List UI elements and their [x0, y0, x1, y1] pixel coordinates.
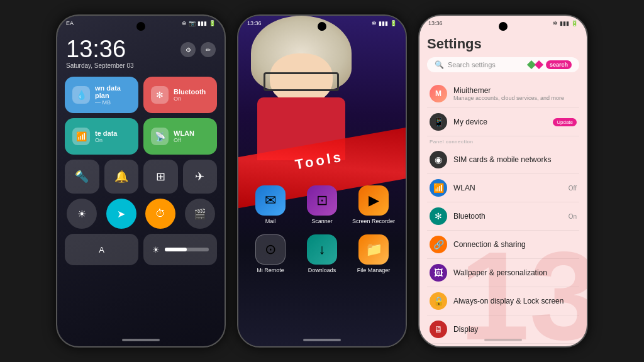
device-text: My device	[453, 118, 547, 126]
settings-item-sim[interactable]: ◉ SIM cards & mobile networks	[427, 146, 579, 174]
bt-label: Bluetooth	[174, 88, 206, 96]
sun-icon: ☀	[152, 245, 160, 255]
wallpaper-icon: 🖼	[430, 264, 447, 282]
signal-icon-3: ▮▮▮	[560, 20, 569, 26]
wlan-tile[interactable]: 📡 WLAN Off	[143, 118, 217, 155]
phones-container: EA ⊕ 📷 ▮▮▮ 🔋 13:36 Saturday, September 0…	[0, 0, 644, 362]
gear-icon[interactable]: ⚙	[180, 42, 196, 57]
battery-icon-3: 🔋	[571, 20, 578, 26]
miui-text: Miuithemer Manage accounts, cloud servic…	[453, 86, 577, 101]
edit-icon[interactable]: ✏	[201, 42, 216, 57]
miui-label: Miuithemer	[453, 86, 577, 95]
display-icon: 🖥	[430, 321, 447, 338]
device-label: My device	[453, 118, 547, 126]
scanner-icon: ⊡	[307, 185, 337, 216]
wallpaper-text: Wallpaper & personalization	[453, 268, 577, 277]
clock-date: Saturday, September 03	[66, 62, 134, 69]
data-plan-tile[interactable]: 💧 wn data plan — MB	[65, 77, 138, 113]
phone3-background: 13 13:36 ✻ ▮▮▮ 🔋 Settings 🔍 Search setti…	[419, 16, 587, 346]
files-label: File Manager	[357, 267, 391, 273]
bt-icon-1: ⊕	[182, 20, 187, 26]
flashlight-tile[interactable]: 🔦	[65, 160, 99, 194]
status-time-2: 13:36	[247, 20, 262, 26]
aod-text: Always-on display & Lock screen	[453, 297, 577, 305]
brightness-round[interactable]: ☀	[67, 199, 97, 229]
status-icons-1: ⊕ 📷 ▮▮▮ 🔋	[182, 20, 216, 26]
char-glasses	[264, 72, 339, 91]
control-row-2: ☀ ➤ ⏱ 🎬	[65, 199, 217, 229]
bt-sub: On	[174, 96, 206, 102]
timer-round[interactable]: ⏱	[145, 199, 175, 229]
display-text: Display	[453, 325, 577, 334]
search-placeholder: Search settings	[448, 61, 525, 69]
settings-item-connection[interactable]: 🔗 Connection & sharing	[427, 231, 579, 259]
home-indicator-3	[484, 339, 522, 341]
settings-content: Settings 🔍 Search settings search M	[419, 31, 587, 346]
bluetooth-tile[interactable]: ✻ Bluetooth On	[143, 77, 217, 113]
bt-label-s: Bluetooth	[453, 212, 562, 221]
downloads-icon: ↓	[307, 234, 337, 265]
search-bar[interactable]: 🔍 Search settings search	[427, 57, 579, 72]
cam-icon-1: 📷	[189, 20, 196, 26]
bt-value: On	[569, 213, 577, 220]
brightness-tile[interactable]: ☀	[143, 234, 217, 265]
phone2-background: Tools 13:36 ✻ ▮▮▮ 🔋 ✉ Mail ⊡	[238, 16, 406, 346]
notification-tile[interactable]: 🔔	[104, 160, 139, 194]
screen-record-tile[interactable]: ⊞	[143, 160, 178, 194]
recorder-label: Screen Recorder	[352, 218, 395, 224]
mobile-sub: On	[95, 137, 117, 143]
settings-item-miuithemer[interactable]: M Miuithemer Manage accounts, cloud serv…	[427, 80, 579, 108]
battery-icon-2: 🔋	[390, 20, 397, 26]
location-round[interactable]: ➤	[106, 199, 136, 229]
settings-item-wlan[interactable]: 📶 WLAN Off	[427, 174, 579, 202]
settings-item-mydevice[interactable]: 📱 My device Update	[427, 108, 579, 136]
phone-homescreen: Tools 13:36 ✻ ▮▮▮ 🔋 ✉ Mail ⊡	[237, 14, 407, 348]
app-grid: ✉ Mail ⊡ Scanner ▶ Screen Recorder ⊙	[238, 185, 406, 283]
display-label: Display	[453, 325, 577, 334]
punch-hole-1	[136, 22, 145, 31]
header-icons: ⚙ ✏	[180, 37, 216, 57]
settings-item-wallpaper[interactable]: 🖼 Wallpaper & personalization	[427, 259, 579, 287]
app-mail[interactable]: ✉ Mail	[248, 185, 292, 224]
app-scanner[interactable]: ⊡ Scanner	[300, 185, 344, 224]
recorder-icon: ▶	[358, 185, 389, 216]
video-round[interactable]: 🎬	[185, 199, 215, 229]
conn-text: Connection & sharing	[453, 240, 577, 249]
settings-item-bluetooth[interactable]: ✻ Bluetooth On	[427, 202, 579, 231]
app-remote[interactable]: ⊙ Mi Remote	[248, 234, 292, 273]
update-badge[interactable]: Update	[553, 118, 577, 126]
phone-settings: 13 13:36 ✻ ▮▮▮ 🔋 Settings 🔍 Search setti…	[418, 14, 588, 348]
sim-icon: ◉	[430, 151, 447, 168]
files-icon: 📁	[358, 234, 389, 265]
remote-label: Mi Remote	[257, 267, 284, 273]
wallpaper-label: Wallpaper & personalization	[453, 268, 577, 277]
app-files[interactable]: 📁 File Manager	[352, 234, 396, 273]
app-recorder[interactable]: ▶ Screen Recorder	[352, 185, 396, 224]
status-time-3: 13:36	[428, 20, 443, 26]
brightness-slider[interactable]	[165, 248, 209, 251]
bt-icon-3: ✻	[553, 20, 558, 26]
home-indicator-1	[122, 339, 160, 341]
sim-text: SIM cards & mobile networks	[453, 155, 577, 164]
miui-sub: Manage accounts, cloud services, and mor…	[453, 95, 577, 101]
search-button[interactable]: search	[546, 60, 572, 69]
mobile-label: te data	[95, 129, 117, 137]
wlan-sub: Off	[174, 137, 194, 143]
mobile-data-tile[interactable]: 📶 te data On	[65, 118, 138, 155]
settings-item-aod[interactable]: 🔒 Always-on display & Lock screen	[427, 287, 579, 315]
bt-text: Bluetooth	[453, 212, 562, 221]
sim-label: SIM cards & mobile networks	[453, 155, 577, 164]
conn-label: Connection & sharing	[453, 240, 577, 249]
airplane-tile[interactable]: ✈	[183, 160, 218, 194]
scanner-label: Scanner	[311, 218, 333, 224]
app-downloads[interactable]: ↓ Downloads	[300, 234, 344, 273]
status-left-1: EA	[66, 20, 74, 26]
bt-icon-2: ✻	[372, 20, 377, 26]
phone1-content: 13:36 Saturday, September 03 ⚙ ✏ 💧 wn da…	[57, 31, 225, 346]
wlan-label: WLAN	[174, 129, 194, 137]
status-icons-3: ✻ ▮▮▮ 🔋	[553, 20, 578, 26]
mail-icon: ✉	[255, 185, 286, 216]
settings-title: Settings	[427, 36, 579, 52]
keyboard-tile[interactable]: A	[65, 234, 138, 265]
app-row-2: ⊙ Mi Remote ↓ Downloads 📁 File Manager	[248, 234, 396, 273]
